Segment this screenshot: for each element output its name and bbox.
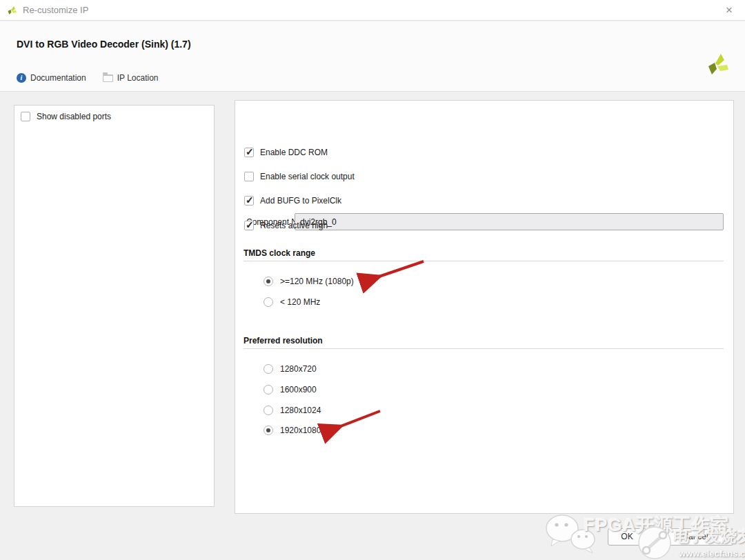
vendor-logo — [705, 52, 730, 78]
checkbox-icon[interactable] — [244, 221, 254, 230]
radio-label: 1920x1080 — [280, 426, 321, 435]
ip-location-label: IP Location — [117, 73, 159, 83]
checkbox-icon[interactable] — [244, 148, 254, 157]
checkbox-label: Resets active high — [260, 221, 328, 230]
window-title: Re-customize IP — [23, 5, 88, 15]
radio-label: 1600x900 — [280, 385, 317, 394]
radio-label: < 120 MHz — [280, 297, 320, 307]
component-name-input[interactable] — [295, 213, 724, 230]
dialog-header: DVI to RGB Video Decoder (Sink) (1.7) i … — [0, 21, 745, 92]
radio-1280x720[interactable]: 1280x720 — [264, 364, 317, 374]
radio-icon[interactable] — [264, 426, 273, 435]
documentation-label: Documentation — [30, 73, 86, 83]
radio-icon[interactable] — [264, 277, 273, 286]
radio-label: >=120 MHz (1080p) — [280, 277, 354, 286]
tmds-clock-range-title: TMDS clock range — [244, 248, 315, 258]
checkbox-icon[interactable] — [244, 196, 254, 206]
preferred-resolution-title: Preferred resolution — [244, 336, 323, 346]
app-logo-icon — [6, 5, 17, 16]
folder-icon — [103, 74, 113, 82]
resets-active-high-checkbox[interactable]: Resets active high — [244, 221, 328, 230]
radio-icon[interactable] — [264, 406, 273, 415]
add-bufg-to-pixelclk-checkbox[interactable]: Add BUFG to PixelClk — [244, 196, 341, 206]
titlebar: Re-customize IP × — [0, 0, 745, 21]
recustomize-ip-dialog: Re-customize IP × DVI to RGB Video Decod… — [0, 0, 745, 560]
radio-icon[interactable] — [264, 364, 273, 374]
enable-ddc-rom-checkbox[interactable]: Enable DDC ROM — [244, 148, 328, 157]
checkbox-label: Enable serial clock output — [260, 172, 355, 181]
info-icon: i — [17, 73, 26, 83]
header-toolbar: i Documentation IP Location — [17, 73, 159, 83]
ip-location-button[interactable]: IP Location — [103, 73, 159, 83]
radio-under-120mhz[interactable]: < 120 MHz — [264, 297, 320, 307]
section-divider — [244, 348, 724, 349]
checkbox-label: Enable DDC ROM — [260, 148, 328, 157]
checkbox-icon[interactable] — [244, 172, 254, 181]
show-disabled-ports-checkbox[interactable]: Show disabled ports — [21, 112, 111, 121]
section-divider — [244, 261, 724, 261]
checkbox-icon[interactable] — [21, 112, 30, 121]
wechat-icon — [543, 513, 599, 554]
enable-serial-clock-output-checkbox[interactable]: Enable serial clock output — [244, 172, 355, 181]
radio-label: 1280x720 — [280, 364, 317, 374]
cancel-button[interactable]: Cancel — [657, 528, 733, 546]
radio-1280x1024[interactable]: 1280x1024 — [264, 406, 321, 415]
documentation-button[interactable]: i Documentation — [17, 73, 86, 83]
checkbox-label: Add BUFG to PixelClk — [260, 196, 341, 206]
block-preview-panel: Show disabled ports — [14, 105, 215, 507]
page-title: DVI to RGB Video Decoder (Sink) (1.7) — [17, 39, 191, 50]
watermark-url-text: www.elecfans.com — [679, 548, 745, 559]
radio-icon[interactable] — [264, 297, 273, 307]
radio-label: 1280x1024 — [280, 406, 321, 415]
radio-1920x1080[interactable]: 1920x1080 — [264, 426, 321, 435]
close-icon[interactable]: × — [722, 3, 737, 18]
radio-120mhz-or-more[interactable]: >=120 MHz (1080p) — [264, 277, 354, 286]
radio-icon[interactable] — [264, 385, 273, 394]
radio-1600x900[interactable]: 1600x900 — [264, 385, 317, 394]
configuration-panel: Component Name Enable DDC ROM Enable ser… — [235, 100, 734, 514]
ok-button[interactable]: OK — [608, 528, 646, 546]
show-disabled-ports-label: Show disabled ports — [37, 112, 111, 121]
